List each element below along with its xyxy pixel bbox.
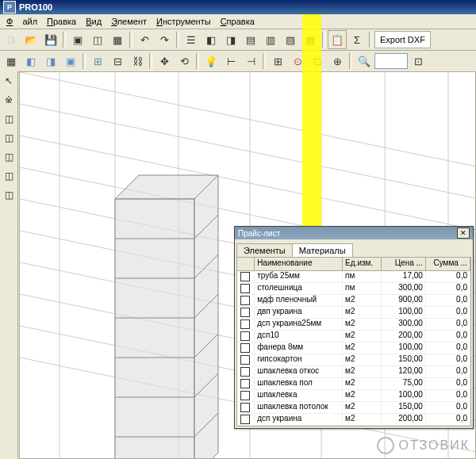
checkbox-icon[interactable] [240, 284, 250, 293]
table-row[interactable]: двп украинам2100,000,0 [237, 307, 470, 319]
cell-price: 100,00 [382, 390, 426, 401]
checkbox-icon[interactable] [240, 391, 250, 400]
menu-view[interactable]: Вид [81, 17, 106, 26]
col-check[interactable] [237, 258, 255, 270]
open-icon[interactable]: 📂 [21, 30, 40, 49]
light-icon[interactable]: 💡 [202, 52, 221, 71]
checkbox-icon[interactable] [240, 355, 250, 365]
cabinet-model[interactable] [115, 175, 226, 459]
zoom-combo[interactable] [374, 53, 408, 69]
dim-icon[interactable]: ⊢ [221, 52, 240, 71]
table-row[interactable]: столешницапм300,000,0 [237, 283, 470, 295]
cell-sum: 0,0 [426, 295, 470, 306]
checkbox-icon[interactable] [240, 343, 250, 353]
box3-icon[interactable]: ▣ [61, 52, 80, 71]
box1-icon[interactable]: ◧ [21, 52, 40, 71]
table-row[interactable]: шпаклевкам2100,000,0 [237, 390, 470, 402]
table-row[interactable]: фанера 8ммм2100,000,0 [237, 342, 470, 354]
zoomfit-icon[interactable]: ⊡ [409, 52, 428, 71]
close-icon[interactable]: ✕ [457, 228, 470, 239]
yellow-highlight [302, 14, 321, 228]
tool-c-icon[interactable]: ▤ [241, 30, 260, 49]
checkbox-icon[interactable] [240, 272, 250, 281]
cell-unit: м2 [343, 342, 382, 354]
undo-icon[interactable]: ↶ [135, 30, 154, 49]
checkbox-icon[interactable] [240, 403, 250, 412]
svg-rect-18 [115, 199, 194, 459]
tool-d-icon[interactable]: ▥ [261, 30, 280, 49]
report-icon[interactable]: 📋 [328, 30, 347, 49]
box2-icon[interactable]: ◨ [41, 52, 60, 71]
checkbox-icon[interactable] [240, 308, 250, 317]
col-unit[interactable]: Ед.изм. [343, 258, 382, 270]
table-row[interactable]: дсп10м2200,000,0 [237, 331, 470, 342]
menu-tools[interactable]: Инструменты [152, 17, 216, 26]
cell-price: 100,00 [382, 342, 426, 354]
s3-icon[interactable]: ◫ [1, 149, 17, 165]
s4-icon[interactable]: ◫ [1, 168, 17, 184]
tool-e-icon[interactable]: ▨ [281, 30, 300, 49]
snap-icon[interactable]: ⊞ [268, 52, 287, 71]
cube3-icon[interactable]: ▦ [108, 30, 127, 49]
table-row[interactable]: шпаклевка полм275,000,0 [237, 378, 470, 390]
menu-element[interactable]: Элемент [106, 17, 152, 26]
table-row[interactable]: мдф пленочныйм2900,000,0 [237, 295, 470, 307]
s2-icon[interactable]: ◫ [1, 130, 17, 146]
table-row[interactable]: шпаклевка потолокм2150,000,0 [237, 402, 470, 414]
cell-sum: 0,0 [426, 390, 470, 401]
sel-icon[interactable]: ↖ [1, 73, 17, 89]
checkbox-icon[interactable] [240, 296, 250, 305]
checkbox-icon[interactable] [240, 331, 250, 341]
col-sum[interactable]: Сумма ... [426, 258, 470, 270]
bug-icon[interactable]: ※ [1, 92, 17, 108]
table-row[interactable]: труба 25ммпм17,000,0 [237, 271, 470, 283]
grid-icon[interactable]: ▦ [2, 52, 21, 71]
s1-icon[interactable]: ◫ [1, 111, 17, 127]
tab-elements[interactable]: Элементы [236, 243, 293, 257]
link-icon[interactable]: ⛓ [128, 52, 147, 71]
table-row[interactable]: гипсокартонм2150,000,0 [237, 354, 470, 366]
s5-icon[interactable]: ◫ [1, 187, 17, 203]
move-icon[interactable]: ✥ [155, 52, 174, 71]
dim2-icon[interactable]: ⊣ [241, 52, 260, 71]
props-icon[interactable]: ☰ [182, 30, 201, 49]
table-body: труба 25ммпм17,000,0столешницапм300,000,… [237, 271, 470, 426]
export-dxf-button[interactable]: Export DXF [374, 31, 431, 48]
checkbox-icon[interactable] [240, 415, 250, 424]
table-row[interactable]: дсп украина25ммм2300,000,0 [237, 319, 470, 331]
rot-icon[interactable]: ⟲ [175, 52, 194, 71]
tool-a-icon[interactable]: ◧ [202, 30, 221, 49]
redo-icon[interactable]: ↷ [155, 30, 174, 49]
cell-price: 300,00 [382, 283, 426, 294]
cell-sum: 0,0 [426, 402, 470, 413]
tab-materials[interactable]: Материалы [292, 243, 353, 257]
cube-icon[interactable]: ▣ [68, 30, 87, 49]
add-icon[interactable]: ⊞ [88, 52, 107, 71]
cell-name: труба 25мм [255, 271, 343, 282]
cell-sum: 0,0 [426, 342, 470, 354]
table-row[interactable]: дсп украинам2200,000,0 [237, 414, 470, 426]
cell-name: фанера 8мм [255, 342, 343, 354]
checkbox-icon[interactable] [240, 367, 250, 377]
tool-b-icon[interactable]: ◨ [221, 30, 240, 49]
cell-price: 200,00 [382, 331, 426, 342]
del-icon[interactable]: ⊟ [108, 52, 127, 71]
cell-price: 100,00 [382, 307, 426, 318]
menu-edit[interactable]: Правка [42, 17, 81, 26]
menu-help[interactable]: Справка [216, 17, 259, 26]
save-icon[interactable]: 💾 [41, 30, 60, 49]
table-row[interactable]: шпаклевка откосм2120,000,0 [237, 366, 470, 378]
sigma-icon[interactable]: Σ [347, 30, 367, 49]
zoom-icon[interactable]: 🔍 [355, 52, 374, 71]
panel-titlebar[interactable]: Прайс-лист ✕ [235, 227, 473, 239]
center-icon[interactable]: ⊕ [328, 52, 347, 71]
toolbar-2: ▦ ◧ ◨ ▣ ⊞ ⊟ ⛓ ✥ ⟲ 💡 ⊢ ⊣ ⊞ ⊙ ⊡ ⊕ 🔍 ⊡ [0, 51, 476, 72]
col-name[interactable]: Наименование [255, 258, 343, 270]
checkbox-icon[interactable] [240, 319, 250, 329]
col-price[interactable]: Цена ... [382, 258, 426, 270]
menu-file[interactable]: Файл [2, 17, 42, 26]
new-icon[interactable]: 🗋 [2, 30, 21, 49]
checkbox-icon[interactable] [240, 379, 250, 388]
cell-name: шпаклевка потолок [255, 402, 343, 413]
cube2-icon[interactable]: ◫ [88, 30, 107, 49]
